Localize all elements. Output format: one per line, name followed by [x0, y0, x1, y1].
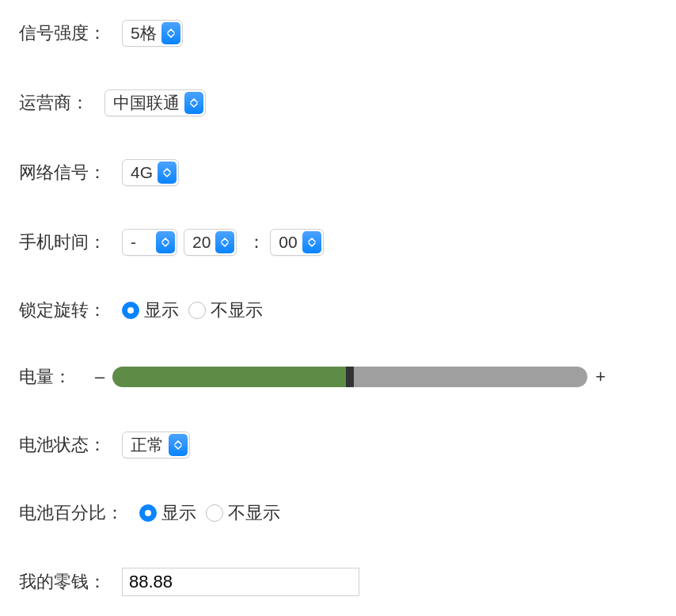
radio-battery-percent-hide-label: 不显示 [228, 501, 280, 525]
radio-lock-rotation-show[interactable]: 显示 [122, 298, 185, 322]
label-battery-state: 电池状态： [19, 433, 106, 457]
select-network-signal-value: 4G [131, 163, 153, 182]
radio-lock-rotation-hide[interactable]: 不显示 [188, 298, 269, 322]
radio-unchecked-icon [188, 302, 206, 319]
row-my-money: 我的零钱： [19, 568, 676, 596]
row-lock-rotation: 锁定旋转： 显示 不显示 [19, 298, 676, 322]
select-time-period-value: - [131, 233, 136, 252]
minus-icon: – [95, 367, 104, 387]
label-carrier: 运营商： [19, 91, 89, 115]
select-time-minute-value: 00 [279, 233, 297, 252]
row-phone-time: 手机时间： - 20 ： 00 [19, 229, 676, 256]
row-battery-state: 电池状态： 正常 [19, 432, 676, 458]
select-time-minute[interactable]: 00 [270, 229, 323, 256]
radio-lock-rotation-hide-label: 不显示 [211, 298, 263, 322]
chevron-up-down-icon [302, 231, 321, 253]
radio-lock-rotation-show-label: 显示 [144, 298, 179, 322]
row-carrier: 运营商： 中国联通 [19, 89, 676, 116]
time-separator: ： [248, 230, 265, 254]
select-time-period[interactable]: - [122, 229, 177, 256]
radio-battery-percent-hide[interactable]: 不显示 [206, 501, 287, 525]
input-my-money[interactable] [122, 568, 359, 596]
chevron-up-down-icon [184, 92, 203, 114]
select-signal-strength[interactable]: 5格 [122, 20, 183, 47]
row-signal-strength: 信号强度： 5格 [19, 20, 676, 47]
label-network-signal: 网络信号： [19, 161, 106, 184]
label-battery: 电量： [19, 365, 71, 389]
row-battery-percent: 电池百分比： 显示 不显示 [19, 501, 676, 525]
radio-group-lock-rotation: 显示 不显示 [122, 298, 269, 322]
slider-battery-fill [112, 367, 350, 387]
radio-battery-percent-show[interactable]: 显示 [139, 501, 203, 525]
select-time-hour-value: 20 [192, 233, 211, 252]
radio-checked-icon [139, 504, 157, 522]
chevron-up-down-icon [161, 22, 180, 44]
label-my-money: 我的零钱： [19, 570, 106, 594]
slider-battery[interactable] [112, 367, 587, 387]
row-battery: 电量： – + [19, 365, 676, 389]
chevron-up-down-icon [169, 434, 188, 456]
radio-unchecked-icon [206, 504, 223, 522]
label-battery-percent: 电池百分比： [19, 501, 123, 525]
select-time-hour[interactable]: 20 [184, 229, 237, 256]
radio-group-battery-percent: 显示 不显示 [139, 501, 287, 525]
select-battery-state[interactable]: 正常 [122, 432, 190, 458]
select-carrier-value: 中国联通 [113, 92, 180, 114]
select-network-signal[interactable]: 4G [122, 159, 179, 186]
select-carrier[interactable]: 中国联通 [104, 89, 206, 116]
label-phone-time: 手机时间： [19, 230, 106, 254]
chevron-up-down-icon [158, 162, 177, 184]
label-signal-strength: 信号强度： [19, 21, 106, 45]
radio-checked-icon [122, 302, 139, 319]
select-signal-strength-value: 5格 [131, 22, 157, 44]
plus-icon: + [595, 367, 606, 387]
label-lock-rotation: 锁定旋转： [19, 298, 106, 322]
slider-battery-thumb[interactable] [346, 367, 354, 387]
chevron-up-down-icon [156, 231, 175, 253]
select-battery-state-value: 正常 [131, 434, 164, 456]
chevron-up-down-icon [215, 231, 234, 253]
radio-battery-percent-show-label: 显示 [161, 501, 196, 525]
row-network-signal: 网络信号： 4G [19, 159, 676, 186]
